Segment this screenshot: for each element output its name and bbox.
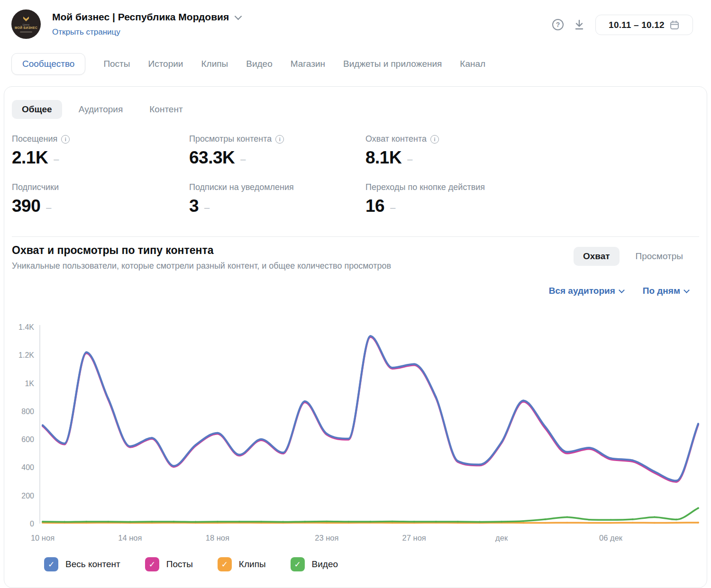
- legend-item-posts[interactable]: ✓ Посты: [145, 557, 193, 571]
- community-stats-page: Центр МОЙ БИЗНЕС Мой бизнес | Республика…: [0, 0, 711, 588]
- stat-label: Переходы по кнопке действия: [365, 182, 485, 192]
- main-tabs: Сообщество Посты Истории Клипы Видео Маг…: [11, 52, 485, 76]
- svg-text:23 ноя: 23 ноя: [315, 534, 338, 542]
- avatar-text-main: МОЙ БИЗНЕС: [15, 26, 37, 30]
- toggle-reach[interactable]: Охват: [574, 247, 620, 266]
- stats-subtabs: Общее Аудитория Контент: [12, 100, 193, 119]
- toggle-views[interactable]: Просмотры: [626, 247, 693, 266]
- stat-delta: –: [390, 202, 395, 213]
- svg-text:200: 200: [21, 492, 34, 500]
- subtab-content[interactable]: Контент: [139, 100, 192, 119]
- legend-item-all-content[interactable]: ✓ Весь контент: [44, 557, 120, 571]
- stat-visits: Посещенияi 2.1K–: [12, 134, 187, 168]
- info-icon[interactable]: i: [430, 135, 439, 144]
- svg-text:10 ноя: 10 ноя: [31, 534, 55, 542]
- stat-delta: –: [54, 154, 59, 165]
- stat-content-reach: Охват контентаi 8.1K–: [365, 134, 541, 168]
- svg-text:14 ноя: 14 ноя: [118, 534, 142, 542]
- svg-text:600: 600: [21, 435, 34, 443]
- info-icon[interactable]: i: [61, 135, 70, 144]
- stat-action-button-clicks: Переходы по кнопке действия 16–: [365, 182, 541, 216]
- granularity-filter-dropdown[interactable]: По дням: [643, 286, 689, 296]
- calendar-icon: [669, 20, 680, 30]
- checkbox-checked-icon[interactable]: ✓: [291, 557, 305, 571]
- stat-value: 8.1K: [365, 148, 401, 168]
- stat-delta: –: [240, 154, 246, 165]
- legend-label: Посты: [166, 559, 193, 570]
- stat-subscribers: Подписчики 390–: [12, 182, 187, 216]
- metric-toggle: Охват Просмотры: [574, 247, 693, 266]
- section-title: Охват и просмотры по типу контента: [12, 244, 213, 257]
- stat-value: 16: [365, 196, 384, 216]
- checkbox-checked-icon[interactable]: ✓: [218, 557, 232, 571]
- chart-filters: Вся аудитория По дням: [549, 286, 689, 296]
- stat-label: Просмотры контента: [189, 134, 272, 144]
- tab-stories[interactable]: Истории: [148, 59, 183, 69]
- stat-label: Охват контента: [365, 134, 427, 144]
- chevron-down-icon: [619, 287, 625, 293]
- checkbox-checked-icon[interactable]: ✓: [145, 557, 159, 571]
- stat-delta: –: [407, 154, 412, 165]
- page-title[interactable]: Мой бизнес | Республика Мордовия: [52, 11, 241, 23]
- date-range-text: 10.11 – 10.12: [609, 20, 665, 30]
- community-name: Мой бизнес | Республика Мордовия: [52, 11, 229, 23]
- help-icon[interactable]: ?: [551, 18, 565, 31]
- svg-text:1.2K: 1.2K: [18, 351, 34, 359]
- subtab-general[interactable]: Общее: [12, 100, 62, 119]
- svg-text:06 дек: 06 дек: [599, 534, 623, 542]
- svg-text:1.4K: 1.4K: [18, 323, 34, 331]
- legend-label: Видео: [312, 559, 338, 570]
- svg-text:1K: 1K: [25, 380, 34, 388]
- checkbox-checked-icon[interactable]: ✓: [44, 557, 58, 571]
- tab-widgets-apps[interactable]: Виджеты и приложения: [343, 59, 442, 69]
- granularity-filter-label: По дням: [643, 286, 680, 296]
- subtab-audience[interactable]: Аудитория: [69, 100, 133, 119]
- audience-filter-label: Вся аудитория: [549, 286, 615, 296]
- stat-label: Подписки на уведомления: [189, 182, 294, 192]
- svg-text:800: 800: [21, 407, 34, 416]
- svg-text:?: ?: [556, 21, 560, 28]
- avatar-emblem-icon: [23, 16, 29, 22]
- download-icon[interactable]: [573, 18, 586, 31]
- stat-notification-subs: Подписки на уведомления 3–: [189, 182, 365, 216]
- tab-video[interactable]: Видео: [246, 59, 273, 69]
- stat-label: Посещения: [12, 134, 57, 144]
- info-icon[interactable]: i: [275, 135, 284, 144]
- open-page-link[interactable]: Открыть страницу: [52, 27, 120, 37]
- chevron-down-icon: [684, 287, 690, 293]
- avatar-text-line: [20, 31, 32, 33]
- svg-text:18 ноя: 18 ноя: [206, 534, 229, 542]
- tab-posts[interactable]: Посты: [103, 59, 130, 69]
- svg-text:дек: дек: [495, 534, 508, 542]
- community-avatar[interactable]: Центр МОЙ БИЗНЕС: [11, 9, 41, 39]
- stat-value: 63.3K: [189, 148, 235, 168]
- stat-delta: –: [204, 202, 210, 213]
- tab-community[interactable]: Сообщество: [11, 53, 85, 75]
- stat-value: 3: [189, 196, 199, 216]
- legend-label: Клипы: [239, 559, 266, 570]
- svg-text:27 ноя: 27 ноя: [402, 534, 426, 542]
- legend-label: Весь контент: [65, 559, 120, 570]
- stat-content-views: Просмотры контентаi 63.3K–: [189, 134, 365, 168]
- tab-channel[interactable]: Канал: [460, 59, 485, 69]
- tab-clips[interactable]: Клипы: [201, 59, 228, 69]
- stat-delta: –: [46, 202, 51, 213]
- chart-legend: ✓ Весь контент ✓ Посты ✓ Клипы ✓ Видео: [44, 557, 338, 571]
- date-range-picker[interactable]: 10.11 – 10.12: [595, 15, 693, 35]
- stat-value: 390: [12, 196, 40, 216]
- legend-item-video[interactable]: ✓ Видео: [291, 557, 338, 571]
- content-chart[interactable]: 02004006008001K1.2K1.4K10 ноя14 ноя18 но…: [0, 313, 711, 554]
- section-subtitle: Уникальные пользователи, которые смотрел…: [12, 261, 391, 271]
- tab-shop[interactable]: Магазин: [291, 59, 325, 69]
- stat-label: Подписчики: [12, 182, 59, 192]
- legend-item-clips[interactable]: ✓ Клипы: [218, 557, 266, 571]
- svg-text:0: 0: [30, 520, 34, 528]
- section-divider: [12, 236, 699, 237]
- audience-filter-dropdown[interactable]: Вся аудитория: [549, 286, 624, 296]
- content-chart-area[interactable]: 02004006008001K1.2K1.4K10 ноя14 ноя18 но…: [0, 313, 711, 554]
- stat-value: 2.1K: [12, 148, 48, 168]
- chevron-down-icon: [235, 12, 242, 20]
- svg-text:400: 400: [21, 463, 34, 471]
